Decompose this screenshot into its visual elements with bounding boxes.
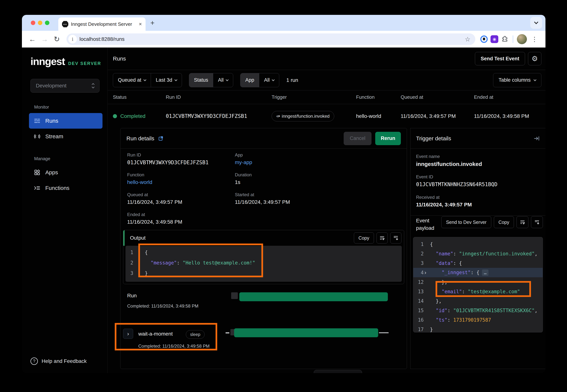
code-line: 16 "ts": 1731790197587 [413, 315, 543, 325]
app-filter[interactable]: App All [240, 73, 279, 87]
field-value-app-link[interactable]: my-app [235, 159, 252, 165]
scroll-to-bottom-icon[interactable] [390, 232, 401, 243]
code-line: 3 "data": { [413, 258, 543, 268]
password-manager-extension-icon[interactable] [480, 35, 488, 43]
table-columns-button[interactable]: Table columns [493, 73, 541, 87]
queued-at-cell: 11/16/2024, 3:49:57 PM [401, 113, 474, 119]
sidebar-item-runs[interactable]: Runs [29, 113, 102, 129]
extensions-puzzle-icon[interactable] [500, 35, 509, 43]
event-payload-label: Eventpayload [416, 217, 434, 232]
sidebar-item-stream[interactable]: Stream [29, 129, 102, 144]
annotation-box-step [115, 323, 217, 350]
status-filter[interactable]: Status All [189, 73, 233, 87]
trigger-badge[interactable]: «•inngest/function.invoked [272, 111, 334, 121]
col-header-run-id: Run ID [166, 94, 272, 100]
chevron-down-icon [174, 78, 177, 81]
functions-list-icon [34, 185, 41, 191]
runs-list-icon [34, 117, 41, 124]
window-close-button[interactable] [31, 21, 35, 25]
load-more-button[interactable] [314, 370, 362, 373]
annotation-box-output [138, 243, 263, 277]
payload-copy-button[interactable]: Copy [494, 216, 514, 228]
browser-window: ••• Inngest Development Server × + ← → ↻… [22, 15, 545, 373]
browser-tab-strip: ••• Inngest Development Server × + [22, 15, 545, 31]
cancel-button[interactable]: Cancel [344, 132, 371, 145]
run-count: 1 run [286, 77, 298, 83]
sidebar-item-label: Functions [45, 185, 70, 191]
reload-button[interactable]: ↻ [52, 35, 62, 43]
field-value-ended-at: 11/16/2024, 3:49:58 PM [127, 219, 182, 225]
field-label-duration: Duration [235, 172, 252, 177]
sidebar: inngest DEV SERVER Development Monitor R… [22, 47, 108, 373]
collapse-panel-icon[interactable] [534, 135, 540, 142]
send-to-dev-server-button[interactable]: Send to Dev Server [441, 216, 491, 228]
window-zoom-button[interactable] [45, 21, 49, 25]
col-header-status: Status [113, 94, 166, 100]
filter-bar: Queued at Last 3d Status All App All 1 r… [108, 70, 545, 90]
environment-select[interactable]: Development [30, 79, 99, 93]
status-filter-value: All [218, 77, 224, 83]
forward-button[interactable]: → [39, 35, 50, 43]
trigger-details-title: Trigger details [416, 135, 534, 142]
dev-server-badge: DEV SERVER [68, 61, 101, 66]
purple-extension-icon[interactable]: ◉ [490, 35, 499, 43]
help-label: Help and Feedback [42, 358, 87, 364]
url-text[interactable]: localhost:8288/runs [79, 36, 462, 42]
function-cell: hello-world [356, 113, 401, 119]
address-bar[interactable]: i localhost:8288/runs ☆ [67, 33, 475, 45]
inngest-favicon-icon: ••• [62, 21, 68, 27]
page-title: Runs [113, 56, 475, 62]
step-bar-trail-tick [379, 332, 389, 333]
sidebar-section-manage: Manage [34, 156, 108, 161]
field-value-queued-at: 11/16/2024, 3:49:57 PM [127, 199, 182, 205]
time-filter[interactable]: Queued at Last 3d [113, 73, 182, 87]
site-info-icon[interactable]: i [68, 35, 77, 43]
sidebar-item-label: Apps [45, 169, 58, 176]
received-at-value: 11/16/2024, 3:49:57 PM [416, 202, 472, 208]
scroll-to-bottom-icon[interactable] [531, 216, 543, 228]
field-label-ended-at: Ended at [127, 212, 145, 217]
window-minimize-button[interactable] [38, 21, 42, 25]
rerun-button[interactable]: Rerun [375, 132, 401, 145]
received-at-label: Received at [416, 195, 440, 200]
timeline-run-completed: Completed: 11/16/2024, 3:49:58 PM [127, 304, 198, 309]
browser-tab[interactable]: ••• Inngest Development Server × [58, 17, 145, 31]
timeline-run-bar [239, 292, 388, 301]
profile-avatar[interactable] [517, 34, 527, 44]
fold-chevron-icon[interactable]: › [424, 269, 430, 276]
run-table-row[interactable]: Completed 01JCVBTMV3WXY9D3CFDEJFZSB1 «•i… [108, 104, 545, 128]
field-label-started-at: Started at [235, 192, 254, 197]
timeline-run-queue-block [231, 292, 238, 299]
bookmark-star-icon[interactable]: ☆ [465, 35, 473, 43]
send-test-event-button[interactable]: Send Test Event [475, 52, 525, 65]
sidebar-section-monitor: Monitor [34, 104, 108, 110]
col-header-queued-at: Queued at [401, 94, 474, 100]
tab-title: Inngest Development Server [71, 21, 136, 27]
settings-gear-button[interactable]: ⚙ [528, 52, 541, 65]
ended-at-cell: 11/16/2024, 3:49:58 PM [474, 113, 545, 119]
tab-close-icon[interactable]: × [139, 21, 142, 27]
word-wrap-icon[interactable] [377, 232, 388, 243]
browser-menu-icon[interactable]: ⋮ [529, 35, 540, 43]
word-wrap-icon[interactable] [516, 216, 528, 228]
environment-select-value: Development [36, 83, 92, 89]
inngest-logo: inngest [30, 55, 65, 67]
trigger-name: inngest/function.invoked [282, 113, 330, 119]
tab-search-button[interactable] [530, 17, 542, 29]
chevron-down-icon [534, 20, 539, 24]
status-dot-icon [113, 114, 117, 118]
runs-table-header: Status Run ID Trigger Function Queued at… [108, 90, 545, 104]
field-value-function-link[interactable]: hello-world [127, 179, 152, 185]
sidebar-item-apps[interactable]: Apps [29, 165, 102, 180]
help-and-feedback[interactable]: ? Help and Feedback [30, 357, 87, 365]
external-link-icon[interactable] [158, 136, 164, 141]
back-button[interactable]: ← [27, 35, 38, 43]
output-copy-button[interactable]: Copy [354, 232, 374, 243]
app-filter-label: App [245, 77, 254, 83]
new-tab-button[interactable]: + [150, 19, 155, 27]
sidebar-item-functions[interactable]: Functions [29, 180, 102, 196]
apps-grid-icon [34, 169, 41, 176]
collapsed-ellipsis-icon[interactable]: … [482, 269, 488, 276]
field-value-started-at: 11/16/2024, 3:49:57 PM [235, 199, 290, 205]
col-header-ended-at: Ended at [474, 94, 545, 100]
